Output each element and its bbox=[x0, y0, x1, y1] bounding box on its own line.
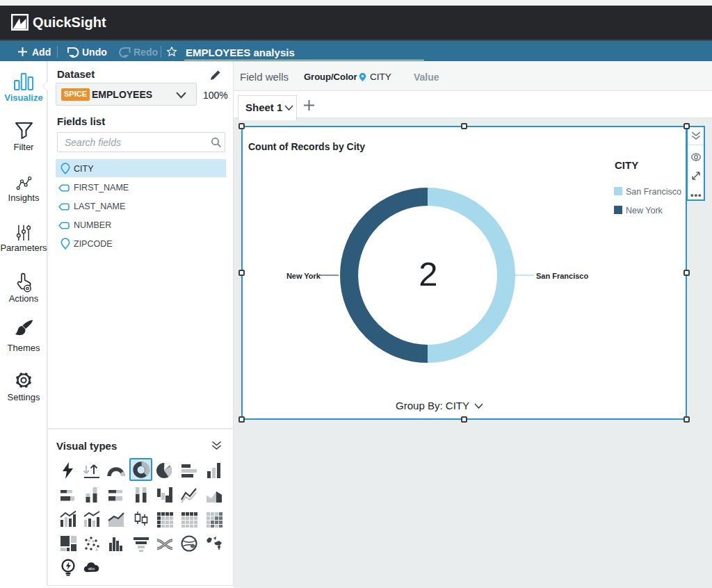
svg-text:abc: abc bbox=[88, 566, 95, 571]
